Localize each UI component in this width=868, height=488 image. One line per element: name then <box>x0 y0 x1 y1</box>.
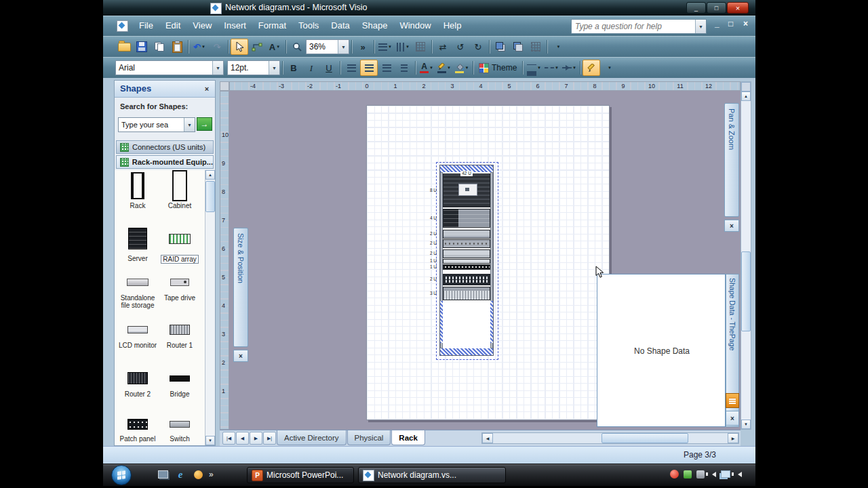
font-size-combobox[interactable]: 12pt. ▼ <box>227 60 280 75</box>
save-button[interactable] <box>133 39 151 55</box>
stencil-shape-raid-array[interactable]: RAID array <box>159 224 200 264</box>
menu-data[interactable]: Data <box>325 16 355 35</box>
align-right-button[interactable] <box>378 60 395 76</box>
chevron-right-icon[interactable]: » <box>209 468 214 481</box>
scrollbar-thumb[interactable] <box>205 181 215 212</box>
chevron-down-icon[interactable]: ▼ <box>465 66 469 70</box>
minimize-button[interactable]: _ <box>686 2 706 14</box>
stencil-shape-tape-drive[interactable]: Tape drive <box>159 272 200 302</box>
shapes-panel-close-icon[interactable]: × <box>201 83 212 94</box>
last-page-button[interactable]: ▶| <box>263 432 276 445</box>
doc-close-button[interactable]: × <box>743 19 748 28</box>
show-desktop-button[interactable] <box>156 468 170 481</box>
connector-tool-button[interactable] <box>248 39 266 55</box>
tray-app-icon[interactable] <box>696 470 705 479</box>
taskbar-button-powerpoint[interactable]: P Microsoft PowerPoi... <box>247 467 354 483</box>
menu-format[interactable]: Format <box>252 16 292 35</box>
chevron-down-icon[interactable]: ▼ <box>537 66 541 70</box>
italic-button[interactable]: I <box>302 60 320 76</box>
rack-patch-panel-1u[interactable] <box>443 264 490 270</box>
tray-network-icon[interactable] <box>721 470 730 478</box>
copy-button[interactable] <box>151 39 168 55</box>
size-position-close-icon[interactable]: × <box>233 350 248 362</box>
stencil-shape-router-2[interactable]: Router 2 <box>117 368 158 398</box>
scroll-up-icon[interactable]: ▲ <box>205 170 215 180</box>
previous-page-button[interactable]: ◀ <box>236 432 249 445</box>
pan-zoom-pane-tab[interactable]: Pan & Zoom <box>724 103 739 217</box>
rack-raid-array-3u[interactable] <box>443 287 490 300</box>
rack-server-8u[interactable] <box>443 174 490 207</box>
chevron-down-icon[interactable]: ▼ <box>338 40 349 54</box>
chevron-down-icon[interactable]: ▼ <box>406 45 410 49</box>
shape-data-close-icon[interactable]: × <box>726 411 739 426</box>
fill-color-button[interactable]: ▼ <box>453 60 471 76</box>
stencil-shape-server[interactable]: Server <box>117 224 158 262</box>
menu-help[interactable]: Help <box>437 16 468 35</box>
scrollbar-thumb[interactable] <box>741 251 751 331</box>
group-button[interactable] <box>527 39 545 55</box>
bold-button[interactable]: B <box>285 60 302 76</box>
redo-button[interactable]: ↷ <box>208 39 226 55</box>
tab-physical[interactable]: Physical <box>347 430 391 445</box>
search-go-button[interactable]: → <box>197 117 212 131</box>
open-button[interactable] <box>115 39 133 55</box>
scrollbar-thumb[interactable] <box>601 433 688 443</box>
bring-to-front-button[interactable] <box>492 39 509 55</box>
shapes-scrollbar[interactable]: ▲ ▼ <box>205 170 215 445</box>
paste-button[interactable] <box>168 39 186 55</box>
maximize-button[interactable]: □ <box>707 2 726 14</box>
rack-unit-2u-c[interactable] <box>443 249 490 258</box>
rack-shape[interactable]: 42 U <box>439 165 494 356</box>
scroll-down-icon[interactable]: ▼ <box>205 436 215 445</box>
snap-glue-button[interactable] <box>412 39 429 55</box>
scroll-down-icon[interactable]: ▼ <box>741 420 751 429</box>
shape-search-combobox[interactable]: Type your sea ▼ <box>118 117 195 132</box>
toolbar-options-button[interactable]: ▼ <box>549 39 567 55</box>
next-page-button[interactable]: ▶ <box>250 432 262 445</box>
rack-switch-2u[interactable] <box>443 274 490 285</box>
stencil-shape-lcd-monitor[interactable]: LCD monitor <box>117 319 158 349</box>
send-to-back-button[interactable] <box>509 39 527 55</box>
chevron-down-icon[interactable]: ▼ <box>276 45 280 49</box>
font-combobox[interactable]: Arial ▼ <box>115 60 224 75</box>
chevron-down-icon[interactable]: ▼ <box>212 61 223 75</box>
scroll-left-icon[interactable]: ◀ <box>482 433 493 443</box>
stencil-shape-switch[interactable]: Switch <box>159 415 200 443</box>
tray-audio-icon[interactable] <box>738 472 742 477</box>
tab-rack[interactable]: Rack <box>391 430 425 445</box>
chevron-down-icon[interactable]: ▼ <box>269 61 279 75</box>
menu-edit[interactable]: Edit <box>159 16 186 35</box>
chevron-down-icon[interactable]: ▼ <box>201 45 205 49</box>
stencil-shape-router-1[interactable]: Router 1 <box>159 319 200 349</box>
stencil-shape-bridge[interactable]: Bridge <box>159 368 200 398</box>
rack-server-4u[interactable] <box>443 209 490 228</box>
chevron-down-icon[interactable]: ▼ <box>572 66 576 70</box>
chevron-down-icon[interactable]: ▼ <box>695 20 706 33</box>
flip-horizontal-button[interactable]: ⇄ <box>434 39 452 55</box>
stencil-shape-rack[interactable]: Rack <box>117 171 158 209</box>
pencil-edit-button[interactable] <box>583 60 600 76</box>
quick-launch-app-button[interactable] <box>191 468 205 481</box>
tray-security-icon[interactable] <box>670 470 679 479</box>
scroll-up-icon[interactable]: ▲ <box>741 92 751 101</box>
shape-data-database-button[interactable] <box>726 393 739 408</box>
pan-zoom-close-icon[interactable]: × <box>724 220 739 232</box>
start-button[interactable] <box>111 465 132 485</box>
size-position-pane-tab[interactable]: Size & Position <box>233 228 248 347</box>
zoom-combobox[interactable]: 36% ▼ <box>306 39 349 54</box>
scroll-right-icon[interactable]: ▶ <box>728 433 738 443</box>
align-center-button[interactable] <box>360 60 378 76</box>
menu-insert[interactable]: Insert <box>218 16 252 35</box>
menu-tools[interactable]: Tools <box>292 16 325 35</box>
line-pattern-button[interactable]: ▼ <box>542 60 560 76</box>
underline-button[interactable]: U <box>320 60 338 76</box>
menu-view[interactable]: View <box>186 16 218 35</box>
rack-unit-2u-b[interactable] <box>443 239 490 248</box>
doc-restore-button[interactable]: □ <box>728 19 733 28</box>
toolbar-overflow-button[interactable]: » <box>354 39 372 55</box>
rotate-right-button[interactable]: ↻ <box>469 39 487 55</box>
tray-update-icon[interactable] <box>684 470 692 479</box>
menu-window[interactable]: Window <box>393 16 437 35</box>
chevron-down-icon[interactable]: ▼ <box>429 66 433 70</box>
first-page-button[interactable]: |◀ <box>222 432 235 445</box>
